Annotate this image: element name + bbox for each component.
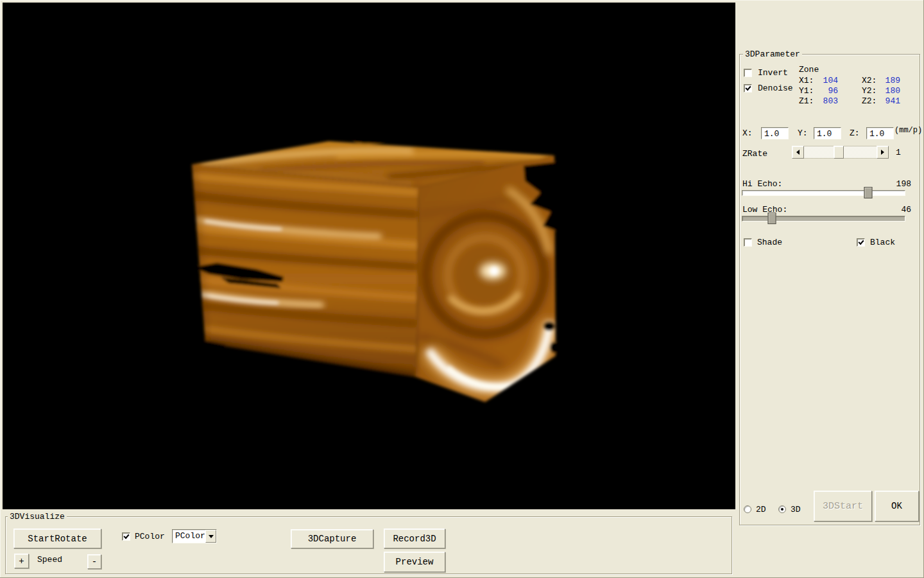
black-checkbox[interactable] [857,238,865,247]
pcolor-dropdown-value: PColor [173,530,205,543]
scale-z-label: Z: [850,128,860,138]
render-viewport[interactable] [3,3,735,509]
scale-x-input[interactable] [761,127,789,139]
parameter-panel: 3DParameter Invert Denoise Zone X1: 104 … [739,54,920,525]
zrate-scroll-right-button[interactable] [877,146,889,159]
mode-2d-label: 2D [756,505,766,514]
app-window: { "window": { "bg": "#ece9d8" }, "viewpo… [0,0,924,578]
pcolor-label: PColor [135,532,165,541]
3dstart-button[interactable]: 3DStart [814,491,872,521]
visualize-panel: 3DVisualize StartRotate PColor PColor 3D… [5,516,732,574]
speed-minus-button[interactable]: - [87,554,101,569]
pcolor-dropdown-button[interactable] [205,530,216,543]
scale-unit-label: (mm/p) [894,126,922,136]
hi-echo-value: 198 [886,179,911,189]
scroll-right-icon [881,150,884,155]
zone-z1-value: 803 [812,96,838,106]
zrate-scrollbar-track[interactable] [804,146,877,159]
zone-z2-value: 941 [875,96,900,106]
record3d-button[interactable]: Record3D [384,529,445,548]
low-echo-label: Low Echo: [742,205,787,215]
zrate-label: ZRate [742,149,767,159]
scale-z-input[interactable] [866,127,894,139]
zone-x1-label: X1: [799,76,814,85]
mode-3d-radio[interactable] [778,505,786,513]
zone-y2-value: 180 [875,86,900,96]
low-echo-slider-thumb[interactable] [767,213,776,224]
ok-button[interactable]: OK [875,491,919,521]
mode-3d-label: 3D [791,505,801,514]
speed-plus-button[interactable]: + [14,554,29,568]
3dcapture-button[interactable]: 3DCapture [291,529,373,548]
hi-echo-slider-thumb[interactable] [864,187,873,198]
pcolor-dropdown[interactable]: PColor [172,529,217,543]
hi-echo-slider[interactable] [742,190,905,196]
scale-x-label: X: [742,128,753,138]
zone-label: Zone [799,65,819,74]
low-echo-slider[interactable] [742,216,905,222]
visualize-panel-title: 3DVisualize [8,512,67,521]
zone-x1-value: 104 [812,76,838,85]
zone-z1-label: Z1: [799,96,814,106]
invert-label: Invert [758,68,788,78]
black-label: Black [870,238,895,247]
shade-checkbox[interactable] [744,238,752,247]
scale-y-label: Y: [798,128,808,138]
chevron-down-icon [209,535,214,538]
mode-2d-radio[interactable] [744,505,751,513]
low-echo-value: 46 [886,205,911,215]
zrate-value: 1 [896,148,901,157]
pcolor-checkbox[interactable] [122,532,130,541]
zone-y1-label: Y1: [799,86,814,96]
zone-x2-value: 189 [875,76,900,85]
scale-y-input[interactable] [814,127,841,139]
speed-label: Speed [37,555,62,565]
volume-render-image [3,3,735,509]
zrate-scrollbar[interactable] [792,146,889,159]
zone-y1-value: 96 [812,86,838,96]
scroll-left-icon [796,150,800,155]
zrate-scroll-left-button[interactable] [792,146,804,159]
start-rotate-button[interactable]: StartRotate [13,529,101,548]
preview-button[interactable]: Preview [384,552,445,572]
shade-label: Shade [757,238,782,247]
denoise-label: Denoise [758,83,793,93]
denoise-checkbox[interactable] [744,84,752,92]
hi-echo-label: Hi Echo: [742,179,782,189]
zrate-scrollbar-thumb[interactable] [834,146,844,159]
parameter-panel-title: 3DParameter [743,49,802,59]
invert-checkbox[interactable] [744,69,752,77]
